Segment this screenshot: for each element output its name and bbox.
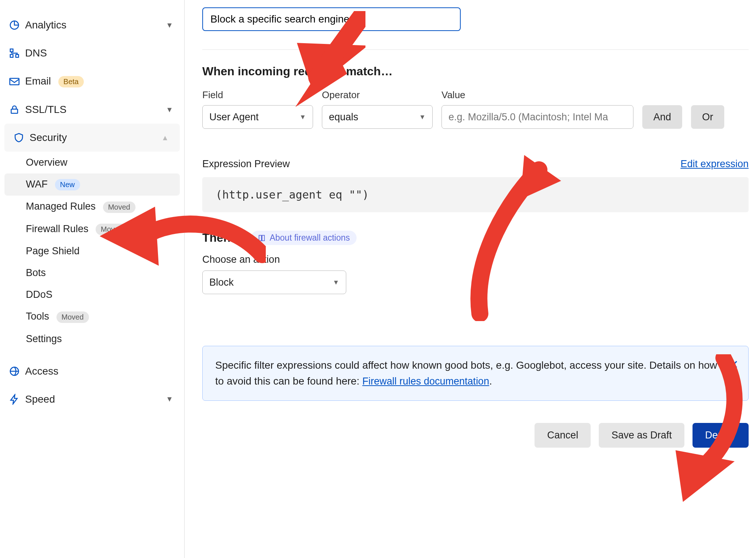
- svg-marker-11: [676, 450, 735, 502]
- value-column: Value: [441, 89, 633, 129]
- edit-expression-link[interactable]: Edit expression: [680, 158, 749, 170]
- moved-badge: Moved: [96, 224, 128, 235]
- sidebar-label: Tools Moved: [26, 311, 173, 323]
- shield-icon: [8, 132, 30, 143]
- field-label: Field: [202, 89, 313, 101]
- match-section-title: When incoming requests match…: [202, 65, 749, 78]
- chevron-down-icon: ▼: [166, 106, 173, 114]
- sidebar-label-text: WAF: [26, 179, 48, 190]
- preview-label: Expression Preview: [202, 158, 290, 170]
- moved-badge: Moved: [103, 202, 135, 213]
- speed-icon: [4, 394, 25, 405]
- sidebar-label: Page Shield: [26, 245, 173, 257]
- chevron-down-icon: ▼: [166, 21, 173, 30]
- save-as-draft-button[interactable]: Save as Draft: [599, 423, 684, 448]
- value-label: Value: [441, 89, 633, 101]
- sidebar-label: Email Beta: [25, 75, 173, 87]
- analytics-icon: [4, 20, 25, 31]
- close-icon[interactable]: ✕: [729, 356, 739, 374]
- access-icon: [4, 366, 25, 377]
- sidebar-label-text: Tools: [26, 311, 49, 322]
- sidebar-item-firewall-rules[interactable]: Firewall Rules Moved: [0, 218, 184, 240]
- sidebar-item-email[interactable]: Email Beta: [0, 67, 184, 96]
- or-button[interactable]: Or: [691, 105, 724, 129]
- chevron-down-icon: ▼: [333, 279, 339, 286]
- firewall-docs-link[interactable]: Firewall rules documentation: [362, 376, 489, 387]
- sidebar-item-speed[interactable]: Speed ▼: [0, 385, 184, 413]
- sidebar-label: Settings: [26, 333, 173, 345]
- cancel-button[interactable]: Cancel: [535, 423, 591, 448]
- lock-icon: [4, 104, 25, 115]
- sidebar-item-bots[interactable]: Bots: [0, 262, 184, 284]
- sidebar-item-managed-rules[interactable]: Managed Rules Moved: [0, 196, 184, 218]
- sidebar-label: WAF New: [26, 179, 169, 190]
- sidebar-label-text: Firewall Rules: [26, 223, 89, 234]
- rule-name-input[interactable]: [202, 7, 461, 31]
- field-select[interactable]: User Agent ▼: [202, 105, 313, 129]
- sidebar-item-overview[interactable]: Overview: [0, 152, 184, 173]
- sidebar-label: Overview: [26, 157, 173, 168]
- operator-select-value: equals: [329, 111, 358, 123]
- sidebar-label-text: Managed Rules: [26, 201, 96, 212]
- sidebar-label: Managed Rules Moved: [26, 201, 173, 213]
- sidebar-label: Analytics: [25, 19, 166, 31]
- chevron-down-icon: ▼: [299, 113, 306, 121]
- sidebar-item-ssltls[interactable]: SSL/TLS ▼: [0, 96, 184, 124]
- svg-rect-5: [11, 109, 18, 113]
- svg-rect-2: [16, 55, 19, 58]
- sidebar-label: Security: [30, 132, 161, 144]
- dns-icon: [4, 48, 25, 59]
- operator-label: Operator: [322, 89, 433, 101]
- then-title: Then…: [202, 231, 242, 245]
- sidebar-item-access[interactable]: Access: [0, 357, 184, 385]
- condition-row: Field User Agent ▼ Operator equals ▼ Val…: [202, 89, 749, 129]
- main-content: When incoming requests match… Field User…: [185, 0, 756, 558]
- sidebar-item-settings[interactable]: Settings: [0, 328, 184, 350]
- operator-column: Operator equals ▼: [322, 89, 433, 129]
- info-pill-text: About firewall actions: [269, 233, 350, 243]
- deploy-button[interactable]: Deploy: [693, 423, 749, 448]
- chevron-down-icon: ▼: [166, 395, 173, 403]
- then-header: Then… About firewall actions: [202, 231, 749, 245]
- sidebar-label: Bots: [26, 267, 173, 279]
- divider: [202, 49, 749, 50]
- sidebar-label: Access: [25, 365, 173, 377]
- field-column: Field User Agent ▼: [202, 89, 313, 129]
- svg-rect-1: [10, 49, 13, 52]
- preview-row: Expression Preview Edit expression: [202, 158, 749, 170]
- moved-badge: Moved: [56, 311, 89, 323]
- sidebar-item-dns[interactable]: DNS: [0, 39, 184, 67]
- choose-action-label: Choose an action: [202, 254, 749, 265]
- sidebar-item-ddos[interactable]: DDoS: [0, 284, 184, 306]
- sidebar-label: DDoS: [26, 289, 173, 300]
- sidebar-label-text: Email: [25, 75, 51, 87]
- book-icon: [258, 234, 266, 242]
- new-badge: New: [55, 179, 80, 190]
- field-select-value: User Agent: [209, 111, 259, 123]
- action-select[interactable]: Block ▼: [202, 271, 346, 294]
- svg-rect-4: [10, 78, 19, 85]
- chevron-down-icon: ▼: [419, 113, 426, 121]
- email-icon: [4, 76, 25, 87]
- chevron-up-icon: ▲: [161, 134, 169, 142]
- footer-actions: Cancel Save as Draft Deploy: [202, 423, 749, 448]
- sidebar-item-analytics[interactable]: Analytics ▼: [0, 11, 184, 39]
- svg-rect-3: [10, 55, 13, 58]
- sidebar-item-waf[interactable]: WAF New: [4, 173, 180, 196]
- sidebar-item-page-shield[interactable]: Page Shield: [0, 240, 184, 262]
- sidebar-label: Firewall Rules Moved: [26, 223, 173, 235]
- sidebar-item-security[interactable]: Security ▲: [4, 124, 180, 152]
- sidebar-label: SSL/TLS: [25, 104, 166, 116]
- sidebar-label: Speed: [25, 393, 166, 405]
- sidebar-item-tools[interactable]: Tools Moved: [0, 306, 184, 328]
- sidebar-label: DNS: [25, 47, 173, 59]
- value-input[interactable]: [441, 105, 633, 129]
- and-button[interactable]: And: [642, 105, 682, 129]
- info-notice: Specific filter expressions could affect…: [202, 346, 749, 401]
- operator-select[interactable]: equals ▼: [322, 105, 433, 129]
- beta-badge: Beta: [58, 76, 84, 87]
- about-firewall-actions-link[interactable]: About firewall actions: [251, 231, 356, 245]
- action-select-value: Block: [209, 277, 234, 288]
- sidebar: Analytics ▼ DNS Email Beta SSL/TLS ▼: [0, 0, 185, 558]
- expression-preview: (http.user_agent eq ""): [202, 177, 749, 212]
